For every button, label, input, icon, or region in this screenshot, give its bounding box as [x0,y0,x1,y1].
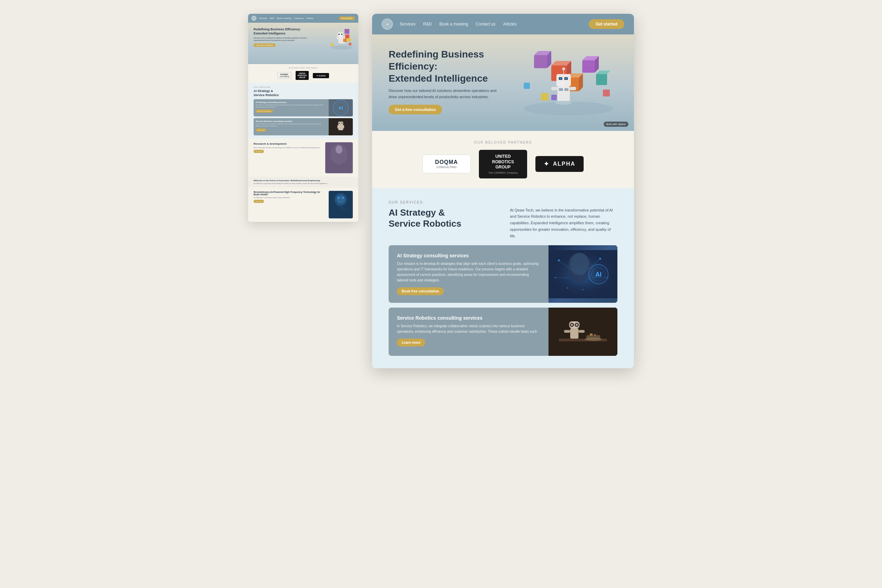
svg-rect-61 [570,87,576,90]
svg-rect-2 [341,34,342,35]
get-started-button[interactable]: Get started [589,19,624,29]
svg-rect-9 [347,38,351,41]
svg-rect-60 [551,87,558,90]
mini-partners-logos: DOQMAconsulting UNITEDROBOTICSGROUP ✦ AL… [254,71,353,80]
mini-nav-services[interactable]: Services [259,17,267,19]
mini-partner-urg: UNITEDROBOTICSGROUP [296,71,309,80]
mini-partner-doqma: DOQMAconsulting [278,72,291,79]
svg-rect-59 [564,88,568,91]
mini-rd-title: Research & development [254,142,322,146]
built-badge: Built with Spline [604,122,628,127]
mini-ai-card: AI Strategy consulting services Our miss… [254,99,353,116]
mini-partners: OUR BELOVED PARTNERS DOQMAconsulting UNI… [248,64,358,82]
mini-nav-rd[interactable]: R&D [270,17,274,19]
nav-contact[interactable]: Contact us [476,22,495,27]
svg-rect-48 [524,82,530,89]
ai-strategy-card-btn[interactable]: Book free consultation [397,287,444,295]
svg-rect-91 [586,335,600,339]
ai-strategy-card: AI Strategy consulting services Our miss… [388,245,617,303]
large-browser: ✦ Services R&D Book a meeting Contact us… [372,14,634,368]
svg-rect-58 [559,88,563,91]
mini-partners-label: OUR BELOVED PARTNERS [254,67,353,69]
services-description: At Qeaw Tech, we believe in the transfor… [510,207,617,239]
mini-robotics-card: Service Robotics consulting services In … [254,118,353,135]
mini-nav-articles[interactable]: Articles [307,17,314,19]
svg-point-54 [565,78,567,80]
mini-nav-book[interactable]: Book a meeting [277,17,291,19]
svg-point-62 [555,100,572,105]
svg-point-85 [571,324,573,326]
mini-robotics-card-btn[interactable]: Learn more [256,129,266,132]
mini-browser: Services R&D Book a meeting Contact us A… [248,14,358,222]
svg-point-56 [562,68,565,70]
service-robotics-card-desc: In Service Robotics, we integrate collab… [397,324,540,334]
large-logo: ✦ [382,19,393,30]
svg-rect-41 [582,60,595,73]
svg-marker-45 [596,70,610,74]
svg-point-53 [560,78,562,80]
hero-description: Discover how our tailored AI solutions s… [388,88,498,100]
svg-rect-10 [331,44,333,46]
svg-point-26 [337,195,345,204]
partner-urg: UNITEDROBOTICSGROUP The CARMAX company [479,150,527,178]
mini-partner-alpha: ✦ ALPHA [313,73,329,78]
svg-rect-44 [596,74,607,85]
mini-hero-cta[interactable]: Get a free consultation [254,44,276,47]
mini-section-tag: OUR SERVICES [254,86,353,88]
services-intro: AI Strategy & Service Robotics At Qeaw T… [388,207,617,239]
svg-rect-49 [551,95,557,100]
partner-alpha: ✦ ALPHA [536,156,584,172]
partner-doqma: DOQMA CONSULTING [422,154,471,173]
service-robotics-card-btn[interactable]: Learn more [397,339,425,346]
svg-point-27 [337,197,339,199]
svg-rect-6 [345,29,350,34]
svg-point-28 [342,197,344,199]
mini-ai-card-text: AI Strategy consulting services Our miss… [254,99,328,116]
mini-rd-text: Research & development At the cutting ed… [254,142,322,173]
partners-logos: DOQMA CONSULTING UNITEDROBOTICSGROUP The… [388,150,617,178]
partners-label: OUR BELOVED PARTNERS [388,141,617,144]
mini-brain-btn[interactable]: Learn more [254,200,264,203]
ai-strategy-card-desc: Our mission is to develop AI strategies … [397,261,540,283]
service-robotics-card-img [549,308,617,356]
service-robotics-card: Service Robotics consulting services In … [388,308,617,356]
mini-nav-contact[interactable]: Contact us [294,17,304,19]
mini-services-section: OUR SERVICES AI Strategy &Service Roboti… [248,82,358,139]
svg-point-66 [570,253,589,275]
mini-ai-card-title: AI Strategy consulting services [256,101,327,104]
svg-rect-11 [349,43,351,45]
svg-point-79 [582,289,584,290]
mini-multidim-title: Welcome to the Future of Innovation: Mul… [254,180,353,182]
mini-brain-content: Revolutionary AI-Powered High Frequency … [254,191,353,218]
services-section-tag: OUR SERVICES: [388,201,617,204]
mini-hero: Redefining Business Efficiency: Extended… [248,23,358,64]
mini-ai-card-btn[interactable]: Book free consultation [256,110,273,112]
mini-rd-btn[interactable]: Learn more [254,150,264,153]
nav-services[interactable]: Services [400,22,416,27]
services-title: AI Strategy & Service Robotics [388,207,496,230]
nav-rd[interactable]: R&D [423,22,432,27]
service-robotics-card-title: Service Robotics consulting services [397,315,540,321]
mini-brain-title: Revolutionary AI-Powered High Frequency … [254,191,326,196]
large-nav-links: Services R&D Book a meeting Contact us A… [400,22,582,27]
mini-robotics-card-text: Service Robotics consulting services In … [254,118,328,135]
svg-rect-21 [338,125,343,130]
page-wrapper: Services R&D Book a meeting Contact us A… [200,14,682,368]
mini-robotics-card-img [328,118,353,135]
svg-point-86 [576,324,578,326]
mini-robotics-card-desc: In Service Robotics, we integrate collab… [256,123,327,127]
mini-brain-text: Revolutionary AI-Powered High Frequency … [254,191,326,218]
mini-rd-section: Research & development At the cutting ed… [248,139,358,177]
mini-get-started-button[interactable]: Get started [339,16,355,20]
nav-articles[interactable]: Articles [503,22,516,27]
svg-rect-87 [570,328,579,339]
large-hero: Redefining Business Efficiency: Extended… [372,34,634,131]
svg-point-78 [574,291,575,292]
mini-brain-section: Revolutionary AI-Powered High Frequency … [248,188,358,222]
hero-cta-button[interactable]: Get a free consultation [388,105,442,114]
mini-robotics-card-title: Service Robotics consulting services [256,120,327,122]
svg-text:AI: AI [596,271,602,278]
svg-rect-46 [541,93,549,100]
large-partners: OUR BELOVED PARTNERS DOQMA CONSULTING UN… [372,131,634,188]
nav-book[interactable]: Book a meeting [439,22,468,27]
